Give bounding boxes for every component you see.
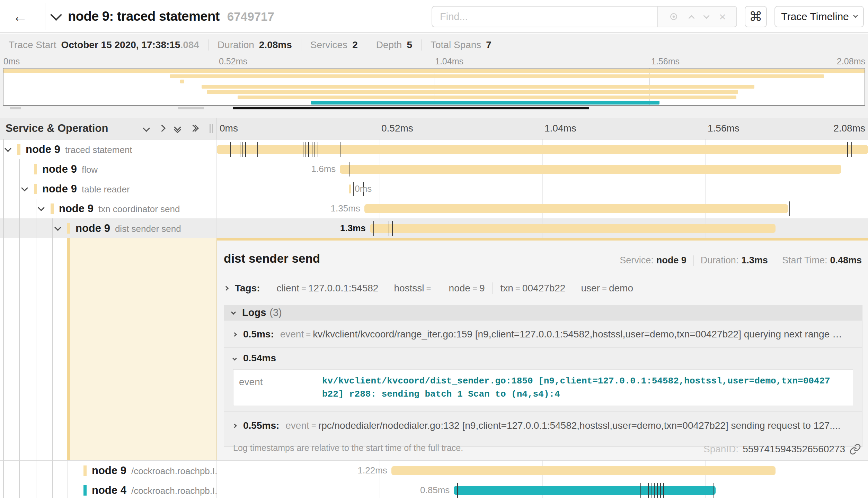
span-row-flow[interactable]: node 9flow 1.6ms [0,159,868,179]
indent-guide [19,461,20,480]
span-detail-panel: dist sender send Service:node 9 Duration… [216,238,868,460]
indent-guide [68,461,68,480]
services-value: 2 [352,39,358,51]
span-duration-bar[interactable] [391,466,776,475]
depth-label: Depth [376,39,402,51]
chevron-down-icon [231,309,236,314]
span-duration-bar[interactable] [364,204,788,213]
chevron-down-icon[interactable] [6,147,10,152]
span-row-traced-statement[interactable]: node 9traced statement [0,139,868,159]
collapse-all-icon[interactable] [175,125,180,132]
log-tick-marker [340,142,340,157]
span-duration-label: 1.6ms [311,159,336,179]
collapse-one-icon[interactable] [143,125,150,132]
locate-icon[interactable] [668,11,679,22]
span-row-txn-coordinator-send[interactable]: node 9txn coordinator send 1.35ms [0,199,868,218]
log-tick-marker [648,483,649,498]
find-input[interactable] [432,6,657,27]
duration-value: 1.3ms [741,255,768,265]
tag-client: client=127.0.0.1:54582 [269,283,386,294]
span-color-bar [83,465,87,476]
span-duration-label: 1.3ms [340,218,366,238]
logs-header[interactable]: Logs (3) [224,305,862,320]
span-row-node4-rpc[interactable]: node 4/cockroach.roachpb.I... 0.85ms [0,480,868,498]
minimap-scrubber-handle[interactable] [10,107,21,109]
log-entry-1[interactable]: 0.5ms: event = kv/kvclient/kvcoord/range… [224,320,862,347]
chevron-down-icon [232,356,237,361]
tags-row[interactable]: Tags: client=127.0.0.1:54582 hostssl= no… [224,279,862,297]
span-operation: table reader [82,184,130,194]
total-spans-label: Total Spans [431,39,481,51]
trace-id: 6749717 [227,10,274,24]
minimap-viewport-indicator[interactable] [233,107,589,109]
minimap-span-bar [311,101,660,105]
indent-guide [3,461,4,480]
log-entry-2[interactable]: 0.54ms [224,348,862,367]
chevron-down-icon[interactable] [55,226,60,231]
service-operation-title: Service & Operation [6,118,108,139]
indent-guide [19,480,20,498]
indent-guide [36,461,36,480]
span-duration-bar[interactable] [349,184,352,193]
logs-count: (3) [269,307,282,318]
column-resize-handle[interactable] [210,124,213,133]
span-detail-meta: Service:node 9 Duration:1.3ms Start Time… [620,255,862,266]
log-tick-marker [315,142,315,157]
expand-one-icon[interactable] [158,125,166,132]
span-row-node9-rpc[interactable]: node 9/cockroach.roachpb.I... 1.22ms [0,461,868,480]
span-bar-row[interactable]: 1.22ms [216,461,868,480]
total-spans-value: 7 [486,39,491,51]
minimap-tick: 1.56ms [651,56,680,66]
chevron-down-icon[interactable] [22,187,27,191]
span-bar-row[interactable]: 1.6ms [216,159,868,179]
axis-tick: 0.52ms [381,118,413,139]
span-duration-bar[interactable] [340,165,841,174]
back-button[interactable]: ← [10,8,30,26]
chevron-down-icon[interactable] [39,206,44,211]
log-tick-marker [657,483,658,498]
log-tick-marker [230,142,231,157]
indent-guide [19,238,20,460]
timeline-minimap[interactable] [3,68,865,106]
clear-find-icon[interactable]: × [719,11,726,22]
depth-value: 5 [407,39,412,51]
expand-all-icon[interactable] [191,126,198,131]
minimap-tick-labels: 0ms 0.52ms 1.04ms 1.56ms 2.08ms [0,56,868,68]
span-bar-row[interactable]: 1.3ms [216,218,868,238]
span-operation: traced statement [65,145,132,155]
log-tick-marker [389,221,389,236]
axis-tick: 2.08ms [833,118,865,139]
tag-node: node=9 [441,283,493,294]
log-entry-3[interactable]: 0.55ms: event = rpc/nodedialer/nodediale… [224,412,862,439]
span-bar-row[interactable]: 0.85ms [216,480,868,498]
span-row-dist-sender-send[interactable]: node 9dist sender send 1.3ms [0,218,868,238]
minimap-scrubber-handle[interactable] [178,107,204,109]
deep-link-icon[interactable] [849,443,861,455]
keyboard-shortcuts-button[interactable]: ⌘ [745,6,767,27]
span-bar-row[interactable] [216,139,868,159]
find-prev-button[interactable] [689,13,694,20]
service-operation-header: Service & Operation [0,118,216,139]
span-duration-bar[interactable] [370,224,776,233]
trace-view-selector[interactable]: Trace Timeline [774,6,864,27]
collapse-trace-chevron-icon[interactable] [50,9,62,21]
log-tick-marker [392,221,393,236]
log-timestamp: 0.54ms [243,353,276,364]
span-color-bar [17,144,20,155]
indent-guide [36,480,36,498]
span-bar-row[interactable]: 0ms [216,179,868,199]
find-controls: × [657,6,737,27]
start-time-label: Start Time: [782,255,827,265]
span-bar-row[interactable]: 1.35ms [216,199,868,218]
log-key: event [280,329,304,340]
log-tick-marker [240,142,240,157]
find-next-button[interactable] [704,16,709,18]
log-tick-marker [457,483,458,498]
chevron-right-icon [232,424,237,428]
span-service: node 9 [92,464,126,477]
indent-guide [19,199,20,218]
indent-guide [19,159,20,179]
tags-label: Tags: [235,283,260,294]
span-duration-bar[interactable] [454,486,716,495]
span-row-table-reader[interactable]: node 9table reader 0ms [0,179,868,199]
